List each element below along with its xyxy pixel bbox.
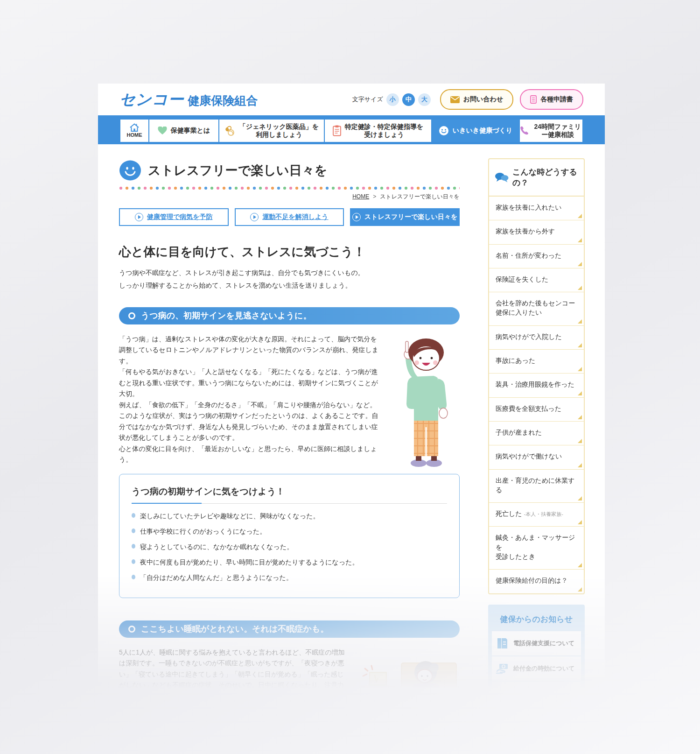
list-item: 寝ようとしているのに、なかなか眠れなくなった。 <box>132 542 447 552</box>
sidebar-item-label: 病気やけがで働けない <box>496 452 562 460</box>
smiley-badge-icon <box>119 160 141 181</box>
heart-icon <box>158 127 167 135</box>
early-signs-title: うつ病の初期サインに気をつけよう！ <box>132 486 447 504</box>
corner-triangle-icon <box>578 391 582 395</box>
nav-item-label: 保健事業とは <box>171 127 210 135</box>
forms-button[interactable]: 各種申請書 <box>520 89 583 110</box>
news-item-label: 交通事故で健康保険を 使うには健保に届け出を <box>515 687 577 705</box>
sidebar-item[interactable]: 装具・治療用眼鏡を作った <box>489 373 584 397</box>
site-header: センコー 健康保険組合 文字サイズ 小 中 大 お問い合わせ 各種申請書 <box>98 84 605 115</box>
tab-disease-prevention[interactable]: 健康管理で病気を予防 <box>119 208 229 226</box>
nav-item-label: 特定健診・特定保健指導を 受けましょう <box>345 123 423 139</box>
envelope-icon <box>450 96 460 103</box>
insomnia-paragraphs: 5人に1人が、睡眠に関する悩みを抱えていると言われるほど、不眠症の増加は深刻です… <box>119 647 460 705</box>
sidebar-item[interactable]: 事故にあった <box>489 350 584 373</box>
sidebar-column: こんな時どうするの？ 家族を扶養に入れたい 家族を扶養から外す 名前・住所が変わ… <box>488 158 585 705</box>
font-size-small-button[interactable]: 小 <box>386 93 399 106</box>
sidebar-item-label: 保険証を失くした <box>496 275 548 283</box>
sidebar-item[interactable]: 名前・住所が変わった <box>489 245 584 268</box>
sidebar-item[interactable]: 死亡した -本人・扶養家族- <box>489 503 584 527</box>
nav-item-home[interactable]: HOME <box>120 120 148 142</box>
qa-box: こんな時どうするの？ 家族を扶養に入れたい 家族を扶養から外す 名前・住所が変わ… <box>488 158 585 594</box>
sidebar-item[interactable]: 医療費を全額支払った <box>489 398 584 422</box>
smiley-icon <box>439 126 449 136</box>
news-box-title: 健保からのお知らせ <box>492 608 581 631</box>
intro-line: しっかり理解することから始めて、ストレスを溜めない生活を送りましょう。 <box>119 279 460 292</box>
sidebar-item-label: 事故にあった <box>496 357 535 364</box>
sidebar-item[interactable]: 会社を辞めた後もセンコー 健保に入りたい <box>489 292 584 326</box>
sidebar-item[interactable]: 健康保険給付の目的は？ <box>489 570 584 593</box>
main-heading: 心と体に目を向けて、ストレスに気づこう！ <box>119 244 460 260</box>
dot-bullet-icon <box>132 559 135 564</box>
section-banner-label: ここちよい睡眠がとれない。それは不眠症かも。 <box>141 623 329 634</box>
dot-bullet-icon <box>132 529 135 533</box>
sidebar-item-label: 子供が産まれた <box>496 429 542 436</box>
sidebar-item-label: 会社を辞めた後もセンコー 健保に入りたい <box>496 299 575 316</box>
corner-triangle-icon <box>578 367 582 371</box>
nav-item-healthy-living[interactable]: いきいき健康づくり <box>432 120 519 142</box>
sidebar-item[interactable]: 病気やけがで働けない <box>489 445 584 469</box>
sidebar-item-label: 死亡した <box>496 510 522 517</box>
sidebar-item[interactable]: 鍼灸・あんま・マッサージを 受診したとき <box>489 527 584 570</box>
font-size-label: 文字サイズ <box>352 95 383 104</box>
logo-main: センコー <box>119 89 184 110</box>
pills-icon <box>224 125 236 136</box>
forms-button-label: 各種申請書 <box>540 95 573 104</box>
news-item-label: 電話保健支援について <box>513 639 574 648</box>
nav-item-health-programs[interactable]: 保健事業とは <box>149 120 218 142</box>
corner-triangle-icon <box>578 262 582 266</box>
dot-bullet-icon <box>132 544 135 549</box>
nav-item-label: いきいき健康づくり <box>453 127 512 135</box>
list-item-text: 楽しみにしていたテレビや趣味などに、興味がなくなった。 <box>140 511 320 521</box>
sidebar-item-label: 医療費を全額支払った <box>496 405 561 412</box>
contact-button-label: お問い合わせ <box>463 95 503 104</box>
tab-stress-free[interactable]: ストレスフリーで楽しい日々を <box>350 208 460 226</box>
main-column: ストレスフリーで楽しい日々を HOME>ストレスフリーで楽しい日々を 健康管理で… <box>119 158 460 705</box>
breadcrumb-current: ストレスフリーで楽しい日々を <box>380 193 460 200</box>
font-size-medium-button[interactable]: 中 <box>402 93 415 106</box>
grandma-bed-illustration <box>355 650 460 705</box>
nav-item-generic-drugs[interactable]: 「ジェネリック医薬品」を 利用しましょう <box>219 120 324 142</box>
news-item-label: 給付金の時効について <box>513 664 575 673</box>
corner-triangle-icon <box>578 319 582 324</box>
dot-bullet-icon <box>132 513 135 518</box>
play-circle-icon <box>135 213 143 221</box>
nav-item-family-consultation[interactable]: 24時間ファミリー健康相談 <box>520 120 582 142</box>
play-circle-icon <box>352 213 361 221</box>
news-item[interactable]: 給付金の時効について <box>492 656 581 681</box>
list-item-text: 寝ようとしているのに、なかなか眠れなくなった。 <box>140 542 293 552</box>
sidebar-item[interactable]: 出産・育児のために休業する <box>489 470 584 503</box>
sidebar-item[interactable]: 家族を扶養から外す <box>489 220 584 244</box>
sidebar-item[interactable]: 保険証を失くした <box>489 268 584 292</box>
ring-bullet-icon <box>128 626 135 633</box>
tab-exercise[interactable]: 運動不足を解消しよう <box>235 208 344 226</box>
dot-bullet-icon <box>132 575 135 579</box>
breadcrumb-home-link[interactable]: HOME <box>352 193 369 200</box>
sidebar-item[interactable]: 家族を扶養に入れたい <box>489 197 584 220</box>
intro-text: うつ病や不眠症など、ストレスが引き起こす病気は、自分でも気づきにくいもの。 しっ… <box>119 267 460 292</box>
news-item[interactable]: 電話保健支援について <box>492 631 581 655</box>
depression-paragraphs: 「うつ病」は、過剰なストレスや体の変化が大きな原因。それによって、脳内で気分を調… <box>119 334 460 465</box>
sidebar-item[interactable]: 病気やけがで入院した <box>489 326 584 350</box>
site-logo[interactable]: センコー 健康保険組合 <box>119 89 258 110</box>
qa-box-title-text: こんな時どうするの？ <box>512 167 578 188</box>
nav-item-health-checkup[interactable]: 特定健診・特定保健指導を 受けましょう <box>325 120 431 142</box>
sidebar-item[interactable]: 子供が産まれた <box>489 422 584 445</box>
section-banner-depression: うつ病の、初期サインを見逃さないように。 <box>119 307 460 324</box>
breadcrumb-separator: > <box>373 193 376 200</box>
corner-triangle-icon <box>578 587 582 592</box>
speech-bubbles-icon <box>495 172 509 183</box>
document-icon <box>530 95 537 104</box>
pointing-man-illustration <box>390 334 460 469</box>
news-item[interactable]: 交通事故で健康保険を 使うには健保に届け出を <box>492 682 581 705</box>
money-icon <box>496 662 509 675</box>
intro-line: うつ病や不眠症など、ストレスが引き起こす病気は、自分でも気づきにくいもの。 <box>119 267 460 279</box>
corner-triangle-icon <box>578 496 582 500</box>
font-size-large-button[interactable]: 大 <box>418 93 431 106</box>
nav-item-label: 「ジェネリック医薬品」を 利用しましょう <box>239 123 319 139</box>
nav-item-label: HOME <box>127 132 142 139</box>
page-body: ストレスフリーで楽しい日々を HOME>ストレスフリーで楽しい日々を 健康管理で… <box>98 144 605 705</box>
contact-button[interactable]: お問い合わせ <box>440 89 513 110</box>
global-nav: HOME 保健事業とは 「ジェネリック医薬品」を 利用しましょう 特定健診・特定… <box>98 115 605 144</box>
dotted-divider <box>119 186 460 190</box>
